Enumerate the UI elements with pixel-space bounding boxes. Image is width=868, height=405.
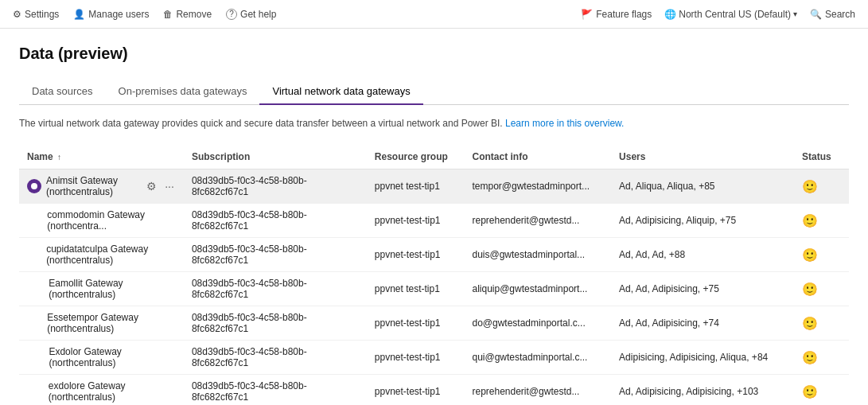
cell-users: Adipisicing, Adipisicing, Aliqua, +84 [611,341,794,375]
remove-label: Remove [176,9,212,20]
region-icon: 🌐 [664,9,676,20]
cell-name: Essetempor Gateway (northcentralus) [19,306,184,341]
chevron-down-icon: ▾ [793,10,797,18]
cell-status: 🙂 [794,238,849,272]
col-header-users[interactable]: Users [611,145,794,169]
remove-icon: 🗑 [163,9,173,20]
tab-data-sources[interactable]: Data sources [19,79,106,105]
status-ok-icon: 🙂 [802,317,818,330]
tab-on-premises[interactable]: On-premises data gateways [106,79,260,105]
table-row[interactable]: Eamollit Gateway (northcentralus)08d39db… [19,272,849,306]
search-label: Search [825,9,855,20]
col-header-name[interactable]: Name ↑ [19,145,184,169]
search-icon: 🔍 [810,9,822,20]
status-ok-icon: 🙂 [802,180,818,193]
table-row[interactable]: cupidatatculpa Gateway (northcentralus)0… [19,238,849,272]
status-ok-icon: 🙂 [802,214,818,228]
gateways-table: Name ↑ Subscription Resource group Conta… [19,145,849,405]
region-selector[interactable]: 🌐 North Central US (Default) ▾ [664,9,797,20]
col-header-resource-group[interactable]: Resource group [367,145,465,169]
page-container: Data (preview) Data sources On-premises … [0,29,868,405]
gateway-name: Essetempor Gateway (northcentralus) [47,312,176,334]
cell-contact-info: reprehenderit@gwtestd... [464,204,611,238]
row-settings-icon[interactable]: ⚙ [145,178,158,194]
cell-users: Ad, Aliqua, Aliqua, +85 [611,169,794,204]
manage-users-label: Manage users [88,9,149,20]
table-row[interactable]: exdolore Gateway (northcentralus)08d39db… [19,375,849,406]
cell-resource-group: ppvnet test-tip1 [367,272,465,306]
cell-status: 🙂 [794,375,849,406]
row-action-icons: ⚙··· [145,178,176,194]
get-help-label: Get help [240,9,276,20]
status-ok-icon: 🙂 [802,351,818,364]
manage-users-icon: 👤 [73,9,85,20]
get-help-button[interactable]: ? Get help [226,9,276,20]
cell-resource-group: ppvnet-test-tip1 [367,375,465,406]
col-header-contact-info[interactable]: Contact info [464,145,611,169]
settings-button[interactable]: ⚙ Settings [13,9,59,20]
cell-subscription: 08d39db5-f0c3-4c58-b80b-8fc682cf67c1 [184,341,367,375]
learn-more-link[interactable]: Learn more in this overview. [505,118,624,129]
feature-flags-label: Feature flags [596,9,652,20]
cell-contact-info: aliquip@gwtestadminport... [464,272,611,306]
cell-resource-group: ppvnet-test-tip1 [367,204,465,238]
svg-point-0 [31,183,37,189]
settings-icon: ⚙ [13,9,21,20]
region-label: North Central US (Default) [679,9,791,20]
flag-icon: 🚩 [581,9,593,20]
top-bar: ⚙ Settings 👤 Manage users 🗑 Remove ? Get… [0,0,868,29]
cell-users: Ad, Ad, Ad, +88 [611,238,794,272]
table-row[interactable]: Exdolor Gateway (northcentralus)08d39db5… [19,341,849,375]
gateway-name: Eamollit Gateway (northcentralus) [49,278,176,300]
description-text: The virtual network data gateway provide… [19,118,849,129]
cell-subscription: 08d39db5-f0c3-4c58-b80b-8fc682cf67c1 [184,272,367,306]
col-header-status[interactable]: Status [794,145,849,169]
cell-resource-group: ppvnet test-tip1 [367,169,465,204]
cell-contact-info: do@gwtestadminportal.c... [464,306,611,341]
cell-subscription: 08d39db5-f0c3-4c58-b80b-8fc682cf67c1 [184,375,367,406]
sort-ascending-icon: ↑ [57,153,61,162]
table-row[interactable]: commodomin Gateway (northcentra...08d39d… [19,204,849,238]
status-ok-icon: 🙂 [802,385,818,399]
cell-status: 🙂 [794,272,849,306]
remove-button[interactable]: 🗑 Remove [163,9,212,20]
cell-name: Animsit Gateway (northcentralus)⚙··· [19,169,184,204]
tabs: Data sources On-premises data gateways V… [19,79,849,105]
table-header-row: Name ↑ Subscription Resource group Conta… [19,145,849,169]
feature-flags-button[interactable]: 🚩 Feature flags [581,9,652,20]
col-header-subscription[interactable]: Subscription [184,145,367,169]
cell-users: Ad, Adipisicing, Adipisicing, +103 [611,375,794,406]
cell-contact-info: duis@gwtestadminportal... [464,238,611,272]
cell-resource-group: ppvnet-test-tip1 [367,238,465,272]
status-ok-icon: 🙂 [802,248,818,262]
cell-resource-group: ppvnet-test-tip1 [367,341,465,375]
table-row[interactable]: Animsit Gateway (northcentralus)⚙···08d3… [19,169,849,204]
cell-contact-info: tempor@gwtestadminport... [464,169,611,204]
settings-label: Settings [25,9,59,20]
cell-name: Exdolor Gateway (northcentralus) [19,341,184,375]
search-button[interactable]: 🔍 Search [810,9,855,20]
cell-name: Eamollit Gateway (northcentralus) [19,272,184,306]
table-row[interactable]: Essetempor Gateway (northcentralus)08d39… [19,306,849,341]
page-title: Data (preview) [19,45,849,63]
cell-status: 🙂 [794,341,849,375]
gateway-name: Animsit Gateway (northcentralus) [46,175,137,197]
row-more-icon[interactable]: ··· [163,178,176,194]
manage-users-button[interactable]: 👤 Manage users [73,9,149,20]
tab-virtual-network[interactable]: Virtual network data gateways [259,79,422,105]
cell-status: 🙂 [794,204,849,238]
cell-resource-group: ppvnet-test-tip1 [367,306,465,341]
gateway-name: commodomin Gateway (northcentra... [47,209,176,232]
cell-contact-info: reprehenderit@gwtestd... [464,375,611,406]
gateway-name: exdolore Gateway (northcentralus) [49,380,176,403]
cell-subscription: 08d39db5-f0c3-4c58-b80b-8fc682cf67c1 [184,238,367,272]
top-bar-right: 🚩 Feature flags 🌐 North Central US (Defa… [581,9,855,20]
cell-name: commodomin Gateway (northcentra... [19,204,184,238]
cell-users: Ad, Adipisicing, Aliquip, +75 [611,204,794,238]
cell-users: Ad, Ad, Adipisicing, +74 [611,306,794,341]
top-bar-left: ⚙ Settings 👤 Manage users 🗑 Remove ? Get… [13,9,276,20]
cell-name: exdolore Gateway (northcentralus) [19,375,184,406]
cell-subscription: 08d39db5-f0c3-4c58-b80b-8fc682cf67c1 [184,204,367,238]
gateway-name: Exdolor Gateway (northcentralus) [49,346,175,368]
help-icon: ? [226,9,237,20]
